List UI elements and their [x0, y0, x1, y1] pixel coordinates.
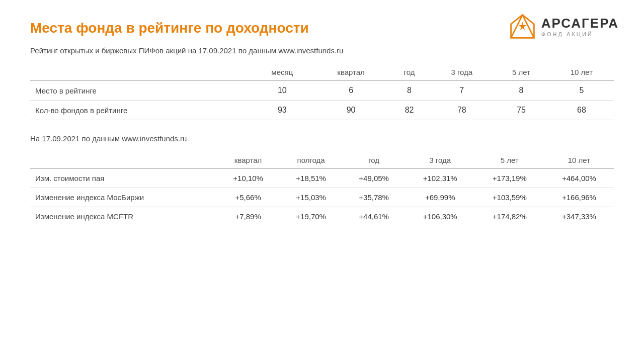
table2-col-5years: 5 лет	[475, 152, 544, 169]
table2-col-halfyear: полгода	[280, 152, 343, 169]
table1-col-quarter: квартал	[313, 64, 388, 81]
table2-cell: +166,96%	[544, 188, 614, 207]
table1-col-year: год	[388, 64, 430, 81]
table1-header-row: месяц квартал год 3 года 5 лет 10 лет	[30, 64, 614, 81]
table2: квартал полгода год 3 года 5 лет 10 лет …	[30, 152, 614, 226]
svg-marker-3	[518, 22, 527, 30]
table2-row: Изменение индекса MCFTR+7,89%+19,70%+44,…	[30, 207, 614, 226]
table2-cell: +102,31%	[406, 169, 475, 188]
page: АРСАГЕРА ФОНД АКЦИЙ Места фонда в рейтин…	[0, 0, 644, 362]
logo-text: АРСАГЕРА ФОНД АКЦИЙ	[541, 16, 619, 37]
table2-cell: +44,61%	[343, 207, 406, 226]
table2-col-10years: 10 лет	[544, 152, 614, 169]
table2-cell: +106,30%	[406, 207, 475, 226]
table1-cell: 8	[493, 81, 549, 101]
table2-row: Изм. стоимости пая+10,10%+18,51%+49,05%+…	[30, 169, 614, 188]
table1-description: Рейтинг открытых и биржевых ПИФов акций …	[30, 46, 614, 55]
table2-cell: +10,10%	[217, 169, 280, 188]
table1-col-3years: 3 года	[430, 64, 493, 81]
table1-row: Кол-во фондов в рейтинге939082787568	[30, 101, 614, 120]
table1-cell: 82	[388, 101, 430, 120]
table2-cell: +49,05%	[343, 169, 406, 188]
table2-row-label: Изменение индекса MCFTR	[30, 207, 217, 226]
table1-cell: 90	[313, 101, 388, 120]
logo: АРСАГЕРА ФОНД АКЦИЙ	[509, 13, 619, 40]
table1-cell: 75	[493, 101, 549, 120]
table2-col-quarter: квартал	[217, 152, 280, 169]
table1-cell: 5	[549, 81, 614, 101]
table1-cell: 78	[430, 101, 493, 120]
table2-header-row: квартал полгода год 3 года 5 лет 10 лет	[30, 152, 614, 169]
table1-col-5years: 5 лет	[493, 64, 549, 81]
table2-cell: +18,51%	[280, 169, 343, 188]
table2-cell: +19,70%	[280, 207, 343, 226]
table1-cell: 8	[388, 81, 430, 101]
table1-cell: 6	[313, 81, 388, 101]
table2-cell: +464,00%	[544, 169, 614, 188]
table2-cell: +5,66%	[217, 188, 280, 207]
table2-cell: +173,19%	[475, 169, 544, 188]
table1-row: Место в рейтинге1068785	[30, 81, 614, 101]
table2-col-3years: 3 года	[406, 152, 475, 169]
table2-cell: +347,33%	[544, 207, 614, 226]
logo-name: АРСАГЕРА	[541, 16, 619, 31]
table2-cell: +103,59%	[475, 188, 544, 207]
table2-cell: +174,82%	[475, 207, 544, 226]
table2-col-year: год	[343, 152, 406, 169]
table1-row-label: Кол-во фондов в рейтинге	[30, 101, 251, 120]
table1-cell: 10	[251, 81, 313, 101]
table1-header-empty	[30, 64, 251, 81]
table2-cell: +35,78%	[343, 188, 406, 207]
logo-star-icon	[509, 13, 536, 40]
table1-section: Рейтинг открытых и биржевых ПИФов акций …	[30, 46, 614, 120]
table2-row: Изменение индекса МосБиржи+5,66%+15,03%+…	[30, 188, 614, 207]
table2-cell: +15,03%	[280, 188, 343, 207]
table1-row-label: Место в рейтинге	[30, 81, 251, 101]
table1-cell: 93	[251, 101, 313, 120]
table1-col-month: месяц	[251, 64, 313, 81]
table2-cell: +69,99%	[406, 188, 475, 207]
table2-description: На 17.09.2021 по данным www.investfunds.…	[30, 134, 614, 143]
table2-row-label: Изменение индекса МосБиржи	[30, 188, 217, 207]
logo-subtitle: ФОНД АКЦИЙ	[541, 31, 593, 37]
table2-header-empty	[30, 152, 217, 169]
table1: месяц квартал год 3 года 5 лет 10 лет Ме…	[30, 64, 614, 120]
table2-row-label: Изм. стоимости пая	[30, 169, 217, 188]
table2-section: На 17.09.2021 по данным www.investfunds.…	[30, 134, 614, 226]
table1-cell: 68	[549, 101, 614, 120]
table2-cell: +7,89%	[217, 207, 280, 226]
table1-cell: 7	[430, 81, 493, 101]
table1-col-10years: 10 лет	[549, 64, 614, 81]
